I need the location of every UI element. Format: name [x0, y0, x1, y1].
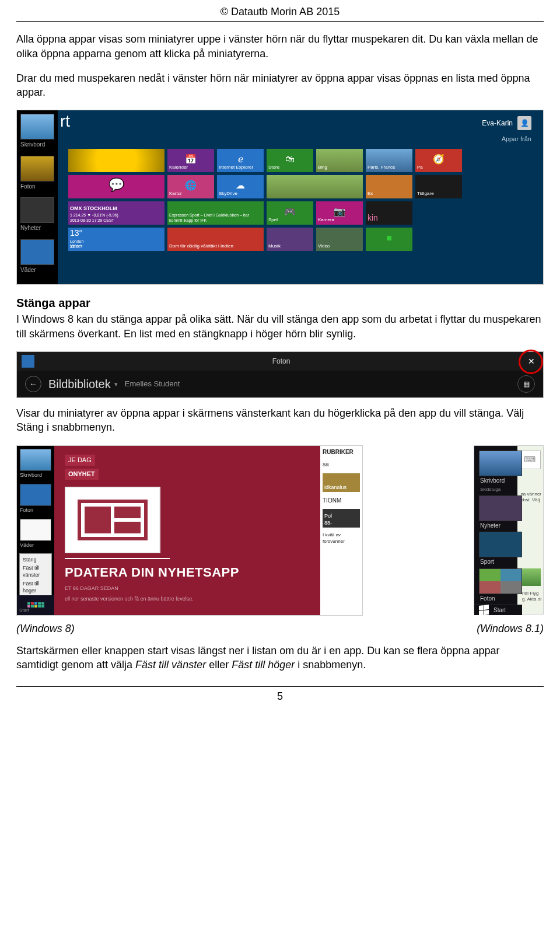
- tile-landscape[interactable]: [267, 175, 363, 198]
- paragraph-5: Startskärmen eller knappen start visas l…: [16, 644, 544, 672]
- divider: [65, 558, 170, 559]
- tile-stock[interactable]: OMX STOCKHOLM 1 214,25 ▼ -0,81% (-9,96) …: [68, 201, 164, 225]
- start-screen-figure: Skrivbord Foton Nyheter Väder rt Eva-Kar…: [16, 110, 544, 285]
- switcher-label: Skrivbord: [480, 477, 521, 485]
- windows-logo-icon: [479, 605, 489, 616]
- news-snippet: I kväll av försvunner: [323, 532, 360, 545]
- tile-paris[interactable]: Paris, France: [366, 149, 412, 172]
- chevron-down-icon[interactable]: ▾: [114, 380, 118, 389]
- app-title: Foton: [39, 357, 523, 366]
- switcher-sublabel: Skidstuga: [480, 487, 521, 493]
- paragraph-1: Alla öppna appar visas som miniatyrer up…: [16, 32, 544, 61]
- page-number: 5: [16, 686, 544, 703]
- app-titlebar: Foton ✕: [17, 352, 543, 371]
- news-hero: [65, 487, 160, 553]
- user-avatar-icon[interactable]: 👤: [517, 116, 531, 130]
- tile-ie[interactable]: ℯInternet Explorer: [217, 149, 264, 172]
- switcher-thumb[interactable]: [479, 451, 522, 476]
- tile-camera[interactable]: 📷Kamera: [316, 201, 363, 225]
- library-subtitle: Emelies Student: [125, 379, 180, 389]
- news-sub: ET 96 DAGAR SEDAN: [65, 585, 251, 592]
- news-card[interactable]: Pol88-: [323, 509, 360, 528]
- sidebar-label: Skrivbord: [20, 141, 54, 149]
- tile-sport[interactable]: Expressen Sport – Livet i Guldklubben – …: [167, 201, 264, 225]
- app-thumb-icon[interactable]: [22, 355, 34, 368]
- news-snippet: sa: [323, 460, 360, 469]
- sidebar-label: Foton: [20, 183, 54, 191]
- switcher-label: Nyheter: [480, 522, 521, 530]
- titlebar-figure: Foton ✕ ← Bildbibliotek ▾ Emelies Studen…: [16, 351, 544, 398]
- ctx-pin-left[interactable]: Fäst till vänster: [23, 564, 48, 579]
- news-badge: JE DAG: [65, 455, 95, 466]
- tile-bing[interactable]: Bing: [316, 149, 363, 172]
- start-tiles-grid: 📅Kalender ℯInternet Explorer 🛍Store Bing…: [68, 149, 543, 251]
- tile-people[interactable]: 💬: [68, 175, 164, 198]
- ctx-close[interactable]: Stäng: [23, 556, 48, 564]
- sidebar-thumb[interactable]: [20, 519, 51, 541]
- app-switcher-sidebar: Skrivbord Foton Väder Stäng Fäst till vä…: [17, 446, 54, 615]
- page-header: © Datautb Morin AB 2015: [16, 5, 544, 22]
- switcher-label: Sport: [480, 558, 521, 566]
- sidebar-thumb[interactable]: [20, 156, 54, 181]
- paragraph-2: Drar du med muspekaren nedåt i vänster h…: [16, 71, 544, 100]
- news-headline: PDATERA DIN NYHETSAPP: [65, 564, 310, 581]
- tile-skydrive[interactable]: ☁SkyDrive: [217, 175, 264, 198]
- switcher-label: Foton: [480, 595, 521, 603]
- tile-maps[interactable]: 🌐Kartor: [167, 175, 214, 198]
- paragraph-4: Visar du miniatyrer av öppna appar i skä…: [16, 406, 544, 435]
- sidebar-thumb[interactable]: [20, 449, 51, 471]
- app-header: ← Bildbibliotek ▾ Emelies Student ▦: [17, 371, 543, 397]
- context-menu-figure: Skrivbord Foton Väder Stäng Fäst till vä…: [16, 445, 363, 616]
- tile-store[interactable]: 🛍Store: [267, 149, 313, 172]
- app-switcher-sidebar: Skrivbord Foton Nyheter Väder: [17, 110, 58, 284]
- start-label: Start: [494, 606, 506, 615]
- tile-kin[interactable]: kin: [366, 201, 412, 225]
- tile-weather[interactable]: 13° London 22°/8° Väder: [68, 228, 164, 251]
- sidebar-thumb[interactable]: [20, 484, 51, 506]
- paragraph-3: I Windows 8 kan du stänga appar på olika…: [16, 312, 544, 341]
- start-label: Start: [19, 608, 29, 614]
- section-close-apps: Stänga appar: [16, 295, 544, 311]
- tile-tidigare[interactable]: Tidigare: [415, 175, 462, 198]
- sidebar-label: Skrivbord: [20, 472, 51, 479]
- tile-calendar[interactable]: 📅Kalender: [167, 149, 214, 172]
- sidebar-label: Foton: [20, 507, 51, 514]
- caption-windows81: (Windows 8.1): [477, 622, 544, 636]
- news-app-main: JE DAG ONYHET PDATERA DIN NYHETSAPP ET 9…: [54, 446, 320, 615]
- news-snippet: TIONM: [323, 497, 360, 505]
- news-body: ell ner senaste versionen och få en ännu…: [65, 595, 251, 602]
- start-button[interactable]: Start: [474, 605, 522, 615]
- column-header: RUBRIKER: [323, 448, 360, 456]
- slideshow-button[interactable]: ▦: [517, 375, 535, 393]
- news-card[interactable]: idkanalus: [323, 473, 360, 492]
- tile-news[interactable]: Dom för dödlig våldtäkt i Indien: [167, 228, 264, 251]
- back-button[interactable]: ←: [25, 376, 41, 392]
- caption-windows8: (Windows 8): [16, 622, 75, 636]
- sidebar-label: Väder: [20, 542, 51, 549]
- start-title-fragment: rt: [60, 110, 70, 132]
- sidebar-label: Väder: [20, 266, 54, 274]
- apps-from-label: Appar från: [502, 135, 531, 144]
- user-name[interactable]: Eva-Karin: [482, 118, 513, 128]
- library-title[interactable]: Bildbibliotek: [48, 376, 111, 392]
- tile-flowers[interactable]: [68, 149, 164, 172]
- tile-xbox[interactable]: ■: [366, 228, 412, 251]
- sidebar-label: Nyheter: [20, 224, 54, 232]
- switcher-thumb[interactable]: [479, 568, 522, 594]
- tile-music[interactable]: Musik: [267, 228, 313, 251]
- news-badge: ONYHET: [65, 469, 99, 480]
- sidebar-thumb[interactable]: [20, 114, 54, 139]
- bg-text: rld! Flyg g. Akta di: [522, 591, 541, 603]
- sidebar-thumb[interactable]: [20, 239, 54, 265]
- tile-ex[interactable]: Ex: [366, 175, 412, 198]
- tile-games[interactable]: 🎮Spel: [267, 201, 313, 225]
- close-button[interactable]: ✕: [523, 353, 540, 369]
- context-menu: Stäng Fäst till vänster Fäst till höger: [19, 553, 52, 597]
- news-right-column: RUBRIKER sa idkanalus TIONM Pol88- I kvä…: [320, 446, 362, 615]
- tile-compass[interactable]: 🧭Pa: [415, 149, 462, 172]
- sidebar-thumb[interactable]: [20, 197, 54, 223]
- switcher-thumb[interactable]: [479, 495, 522, 521]
- tile-video[interactable]: Video: [316, 228, 363, 251]
- switcher-thumb[interactable]: [479, 532, 522, 557]
- ctx-pin-right[interactable]: Fäst till höger: [23, 580, 48, 595]
